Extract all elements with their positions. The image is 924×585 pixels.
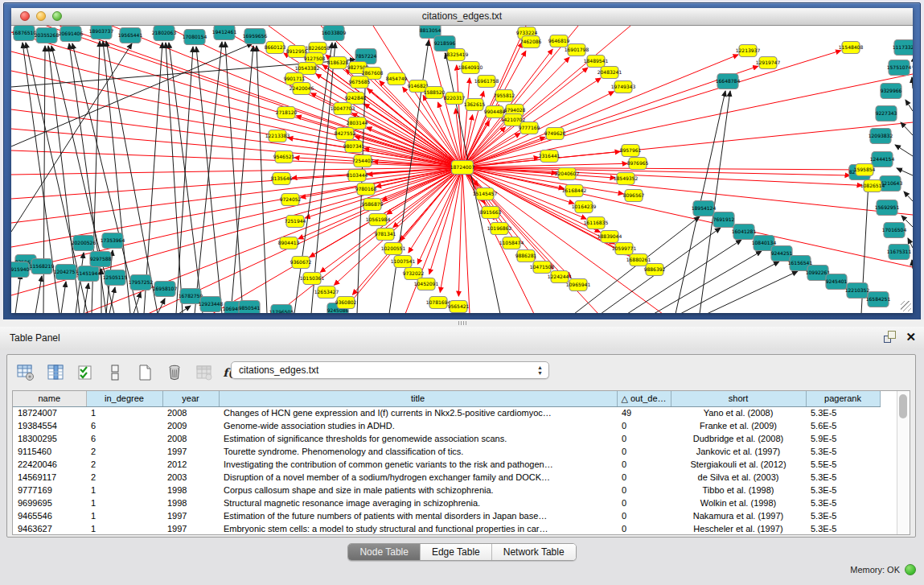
minimize-window-button[interactable] — [36, 11, 46, 21]
graph-node-teal[interactable]: 16041281 — [732, 225, 757, 240]
graph-node-yellow[interactable]: 8915663 — [480, 207, 502, 219]
graph-node-yellow[interactable]: 20483241 — [598, 67, 622, 79]
graph-node-teal[interactable]: 12042757 — [54, 265, 79, 280]
graph-node-yellow[interactable]: 16901798 — [565, 44, 589, 56]
graph-node-yellow[interactable]: 16168442 — [562, 185, 587, 197]
graph-node-teal[interactable]: 17957252 — [129, 275, 154, 290]
column-header-title[interactable]: title — [219, 391, 617, 406]
graph-node-teal[interactable]: 20691406 — [59, 27, 84, 42]
graph-node-teal[interactable]: 20200526 — [72, 236, 97, 251]
table-row[interactable]: 946554611997Estimation of the future num… — [13, 509, 880, 522]
table-row[interactable]: 2242004622012Investigating the contribut… — [13, 458, 880, 471]
graph-node-yellow[interactable]: 8957961 — [620, 145, 642, 157]
graph-node-yellow[interactable]: 16961758 — [474, 76, 499, 88]
zoom-window-button[interactable] — [52, 11, 62, 21]
graph-node-yellow[interactable]: 10599771 — [612, 243, 637, 255]
graph-node-yellow[interactable]: 9886281 — [515, 250, 537, 262]
graph-node-hub[interactable]: 18724007 — [450, 161, 475, 175]
graph-node-yellow[interactable]: 10150361 — [300, 273, 325, 285]
table-select-dropdown[interactable]: citations_edges.txt ▲▼ — [231, 361, 549, 379]
graph-node-yellow[interactable]: 10561984 — [366, 214, 391, 226]
graph-node-yellow[interactable]: 7955812 — [494, 90, 515, 102]
graph-node-yellow[interactable]: 2718120 — [276, 107, 298, 119]
graph-node-yellow[interactable]: 7254402 — [352, 155, 374, 167]
graph-node-yellow[interactable]: 1595854 — [854, 164, 876, 176]
new-column-icon[interactable] — [134, 362, 155, 383]
graph-node-yellow[interactable]: 9780168 — [355, 183, 377, 196]
graph-node-yellow[interactable]: 9675685 — [349, 76, 371, 89]
graph-node-yellow[interactable]: 11548408 — [839, 42, 864, 54]
citation-network-graph[interactable]: 1687651020355268206914061890373719565441… — [11, 26, 913, 313]
graph-node-yellow[interactable]: 10452091 — [414, 278, 439, 290]
graph-node-teal[interactable]: 19565441 — [118, 28, 143, 43]
graph-node-yellow[interactable]: 9749626 — [544, 128, 566, 140]
graph-node-yellow[interactable]: 12919747 — [756, 57, 781, 69]
graph-node-teal[interactable]: 12505115 — [103, 270, 128, 286]
graph-node-yellow[interactable]: 1588520 — [424, 87, 446, 99]
graph-node-yellow[interactable]: 18489541 — [584, 56, 609, 68]
graph-node-yellow[interactable]: 9724052 — [280, 194, 302, 206]
table-scrollbar[interactable] — [897, 391, 910, 534]
network-view-frame[interactable]: citations_edges.txt 16876510203552682069… — [3, 2, 921, 321]
graph-node-teal[interactable]: 12923448 — [199, 297, 224, 312]
graph-node-yellow[interactable]: 10196862 — [487, 223, 512, 235]
graph-node-yellow[interactable]: 18640910 — [458, 62, 483, 74]
graph-node-yellow[interactable]: 18325419 — [444, 49, 469, 61]
graph-node-yellow[interactable]: 11058474 — [499, 237, 524, 249]
column-header-short[interactable]: short — [671, 391, 806, 406]
column-header-in-degree[interactable]: in_degree — [86, 391, 162, 406]
delete-column-icon[interactable] — [164, 362, 185, 383]
graph-node-yellow[interactable]: 9360672 — [290, 257, 312, 269]
graph-node-teal[interactable]: 16876510 — [12, 26, 37, 41]
graph-node-yellow[interactable]: 19749343 — [611, 81, 636, 93]
graph-node-yellow[interactable]: 8904413 — [278, 237, 300, 249]
graph-node-yellow[interactable]: 15145457 — [473, 188, 498, 200]
graph-node-yellow[interactable]: 22420046 — [290, 83, 314, 95]
table-scrollbar-thumb[interactable] — [899, 394, 907, 418]
table-row[interactable]: 977716911998Corpus callosum shape and si… — [13, 484, 880, 496]
canvas-resize-grip[interactable] — [901, 301, 911, 311]
graph-node-teal[interactable]: 9297588 — [90, 252, 112, 267]
column-header-pagerank[interactable]: pagerank — [806, 391, 880, 406]
graph-node-teal[interactable]: 11173321 — [893, 40, 913, 56]
table-mode-icon[interactable] — [15, 362, 36, 383]
graph-node-yellow[interactable]: 22040607 — [555, 168, 580, 180]
horizontal-splitter[interactable] — [0, 319, 924, 327]
close-window-button[interactable] — [20, 11, 30, 21]
graph-node-yellow[interactable]: 9807341 — [343, 141, 365, 153]
table-row[interactable]: 1938455462009Genome-wide association stu… — [13, 419, 880, 432]
graph-node-yellow[interactable]: 9546521 — [273, 151, 295, 163]
table-row[interactable]: 1872400712008Changes of HCN gene express… — [13, 406, 880, 419]
graph-node-teal[interactable]: 11568219 — [30, 259, 55, 274]
graph-node-yellow[interactable]: 9781341 — [375, 229, 396, 241]
graph-node-yellow[interactable]: 10826514 — [860, 180, 885, 192]
graph-node-yellow[interactable]: 9586879 — [362, 199, 384, 211]
graph-node-teal[interactable]: 16584251 — [866, 292, 891, 307]
graph-node-yellow[interactable]: 2316441 — [539, 150, 561, 163]
graph-node-yellow[interactable]: 8454749 — [386, 73, 408, 85]
graph-node-yellow[interactable]: 10200551 — [381, 243, 406, 255]
graph-node-teal[interactable]: 20355268 — [35, 28, 60, 43]
graph-node-teal[interactable]: 11796505 — [269, 305, 294, 314]
graph-node-teal[interactable]: 12093832 — [869, 129, 893, 144]
graph-node-yellow[interactable]: 9360802 — [335, 297, 357, 309]
graph-node-yellow[interactable]: 8186328 — [327, 57, 349, 69]
graph-node-yellow[interactable]: 12213383 — [265, 130, 290, 142]
graph-node-teal[interactable]: 17016504 — [882, 223, 907, 238]
table-row[interactable]: 1830029562008Estimation of significance … — [13, 432, 880, 445]
graph-node-teal[interactable]: 9245401 — [826, 274, 848, 290]
graph-node-yellow[interactable]: 7462086 — [520, 36, 542, 48]
graph-node-yellow[interactable]: 9646819 — [548, 35, 570, 47]
graph-node-yellow[interactable]: 18839044 — [598, 231, 622, 243]
graph-node-yellow[interactable]: 7251944 — [285, 216, 306, 228]
graph-node-teal[interactable]: 21802063 — [152, 26, 177, 41]
float-panel-icon[interactable] — [884, 331, 896, 343]
graph-node-teal[interactable]: 16959656 — [243, 29, 268, 44]
graph-node-yellow[interactable]: 8220317 — [444, 93, 466, 105]
graph-node-teal[interactable]: 9329966 — [881, 84, 902, 99]
graph-node-teal[interactable]: 9850541 — [239, 301, 261, 314]
graph-node-teal[interactable]: 7691912 — [713, 212, 735, 228]
memory-indicator-dot[interactable] — [905, 564, 916, 575]
graph-node-teal[interactable]: 9227343 — [876, 106, 897, 122]
splitter-handle[interactable] — [458, 321, 468, 325]
